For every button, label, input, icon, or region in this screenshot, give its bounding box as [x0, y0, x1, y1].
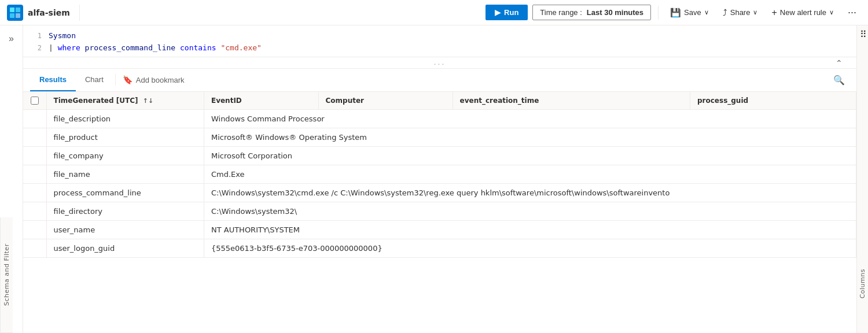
topbar-actions: ▶ Run Time range : Last 30 minutes 💾 Sav… [486, 4, 861, 21]
sort-icon-time: ↑↓ [143, 97, 153, 105]
row-value-cell: C:\Windows\system32\ [204, 202, 856, 220]
keyword-where: where [58, 43, 80, 52]
alert-chevron-icon: ∨ [829, 9, 834, 16]
tabs-separator [115, 74, 116, 86]
table-row: file_productMicrosoft® Windows® Operatin… [23, 128, 856, 146]
tab-results-label: Results [39, 75, 67, 84]
bookmark-label: Add bookmark [136, 76, 185, 84]
row-key-cell: file_company [46, 146, 204, 165]
line-number-2: 2 [28, 43, 42, 54]
col-header-eventid[interactable]: EventID [204, 92, 318, 110]
row-value-cell: Microsoft® Windows® Operating System [204, 128, 856, 146]
save-button[interactable]: 💾 Save ∨ [665, 5, 713, 21]
schema-filter-label: Schema and Filter [3, 244, 10, 306]
plus-icon: + [771, 8, 777, 18]
share-button[interactable]: ⤴ Share ∨ [718, 5, 763, 20]
new-alert-rule-button[interactable]: + New alert rule ∨ [767, 5, 838, 21]
divider-dots: ... [434, 58, 446, 66]
row-checkbox-cell [23, 202, 46, 220]
code-editor[interactable]: 1 Sysmon 2 | where process_command_line … [23, 25, 856, 57]
row-checkbox-cell [23, 239, 46, 257]
more-icon: ··· [848, 6, 856, 18]
tab-results[interactable]: Results [30, 68, 76, 91]
col-label-time-generated: TimeGenerated [UTC] [54, 97, 138, 105]
table-row: user_logon_guid{555e0613-b3f5-6735-e703-… [23, 239, 856, 257]
row-value-cell: {555e0613-b3f5-6735-e703-000000000000} [204, 239, 856, 257]
row-checkbox-cell [23, 165, 46, 183]
topbar: alfa-siem ▶ Run Time range : Last 30 min… [0, 0, 868, 25]
time-range-label: Time range : [540, 8, 582, 17]
more-options-button[interactable]: ··· [843, 4, 861, 21]
row-key-cell: user_name [46, 220, 204, 239]
expand-sidebar-button[interactable]: » [5, 30, 17, 47]
columns-button[interactable]: ⠿ [860, 29, 867, 40]
svg-rect-3 [10, 13, 14, 18]
editor-resize-handle[interactable]: ... ⌃ [23, 57, 856, 69]
code-text-1: Sysmon [49, 30, 76, 42]
row-key-cell: user_logon_guid [46, 239, 204, 257]
pipe-char: | [49, 43, 58, 52]
row-checkbox-cell [23, 146, 46, 165]
string-value: "cmd.exe" [220, 43, 261, 52]
tab-chart[interactable]: Chart [76, 68, 113, 91]
table-row: user_nameNT AUTHORITY\SYSTEM [23, 220, 856, 239]
row-key-cell: file_description [46, 109, 204, 128]
space1: process_command_line [80, 43, 180, 52]
row-checkbox-cell [23, 109, 46, 128]
search-results-button[interactable]: 🔍 [829, 72, 849, 88]
col-header-event-creation-time[interactable]: event_creation_time [453, 92, 690, 110]
right-sidebar: ⠿ Columns [856, 25, 868, 333]
results-table: TimeGenerated [UTC] ↑↓ EventID Computer … [23, 92, 856, 258]
time-range-button[interactable]: Time range : Last 30 minutes [532, 5, 651, 20]
row-key-cell: file_product [46, 128, 204, 146]
table-row: process_command_lineC:\Windows\system32\… [23, 183, 856, 202]
share-icon: ⤴ [723, 8, 727, 17]
col-label-process-guid: process_guid [697, 97, 748, 105]
select-all-checkbox[interactable] [31, 97, 39, 105]
row-key-cell: file_name [46, 165, 204, 183]
svg-rect-4 [16, 13, 20, 18]
tab-chart-label: Chart [85, 75, 104, 84]
columns-sidebar-label: Columns [859, 269, 866, 298]
col-header-process-guid[interactable]: process_guid [690, 92, 856, 110]
col-header-checkbox [23, 92, 46, 110]
code-text-2: | where process_command_line contains "c… [49, 42, 262, 54]
svg-rect-0 [7, 5, 23, 21]
col-header-computer[interactable]: Computer [318, 92, 453, 110]
code-line-1: 1 Sysmon [23, 30, 856, 42]
time-range-value: Last 30 minutes [587, 8, 643, 17]
table-row: file_nameCmd.Exe [23, 165, 856, 183]
table-row: file_descriptionWindows Command Processo… [23, 109, 856, 128]
schema-filter-sidebar[interactable]: Schema and Filter [0, 217, 13, 333]
col-header-time-generated[interactable]: TimeGenerated [UTC] ↑↓ [46, 92, 204, 110]
app-logo-area: alfa-siem [7, 5, 80, 21]
svg-rect-1 [10, 8, 14, 12]
row-value-cell: C:\Windows\system32\cmd.exe /c C:\Window… [204, 183, 856, 202]
run-button[interactable]: ▶ Run [486, 5, 528, 20]
table-body: file_descriptionWindows Command Processo… [23, 109, 856, 257]
row-checkbox-cell [23, 183, 46, 202]
row-checkbox-cell [23, 128, 46, 146]
run-icon: ▶ [495, 8, 501, 17]
search-icon: 🔍 [833, 75, 845, 85]
results-table-container[interactable]: TimeGenerated [UTC] ↑↓ EventID Computer … [23, 92, 856, 333]
line-number-1: 1 [28, 31, 42, 42]
svg-rect-2 [16, 8, 20, 12]
row-key-cell: file_directory [46, 202, 204, 220]
col-label-computer: Computer [326, 97, 364, 105]
bookmark-icon: 🔖 [123, 75, 133, 84]
app-name: alfa-siem [28, 8, 70, 17]
add-bookmark-button[interactable]: 🔖 Add bookmark [118, 73, 189, 87]
table-header-row: TimeGenerated [UTC] ↑↓ EventID Computer … [23, 92, 856, 110]
row-value-cell: Cmd.Exe [204, 165, 856, 183]
row-checkbox-cell [23, 220, 46, 239]
row-value-cell: Windows Command Processor [204, 109, 856, 128]
row-value-cell: Microsoft Corporation [204, 146, 856, 165]
app-logo-icon [7, 5, 23, 21]
collapse-editor-button[interactable]: ⌃ [836, 58, 843, 68]
row-key-cell: process_command_line [46, 183, 204, 202]
save-icon: 💾 [670, 8, 681, 18]
keyword-contains: contains [180, 43, 216, 52]
col-label-eventid: EventID [211, 97, 242, 105]
tabs-bar: Results Chart 🔖 Add bookmark 🔍 [23, 69, 856, 92]
